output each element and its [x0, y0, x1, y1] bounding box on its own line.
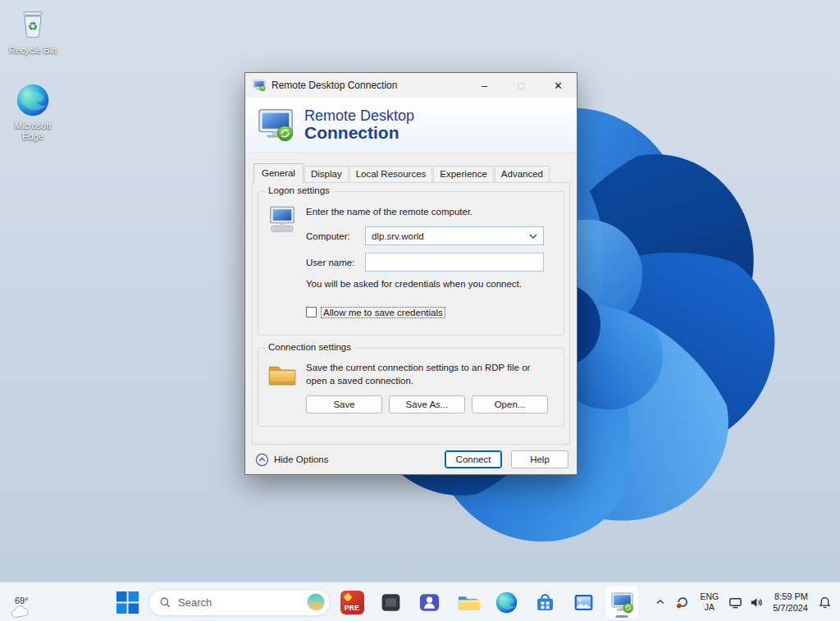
- chevron-up-icon: [655, 599, 665, 605]
- taskbar-app-pre[interactable]: PRE: [335, 585, 369, 619]
- desktop-icon-label: Recycle Bin: [9, 45, 57, 56]
- search-icon: [159, 596, 171, 609]
- file-explorer-icon: [456, 591, 480, 614]
- tab-display[interactable]: Display: [304, 166, 349, 183]
- checkbox-label[interactable]: Allow me to save credentials: [322, 308, 445, 317]
- connection-settings-title: Connection settings: [265, 342, 354, 352]
- chevron-up-circle-icon: [255, 453, 269, 467]
- recycle-glyph: ♻: [28, 21, 38, 33]
- taskbar-app-gallery[interactable]: [566, 585, 600, 619]
- brand-line2: Connection: [304, 124, 414, 141]
- dialog-footer: Hide Options Connect Help: [245, 445, 577, 474]
- network-icon: [728, 596, 742, 610]
- tab-strip: General Display Local Resources Experien…: [253, 163, 570, 183]
- tab-experience[interactable]: Experience: [433, 166, 494, 183]
- weather-temperature: 69°: [15, 596, 29, 605]
- save-button[interactable]: Save: [306, 395, 382, 413]
- weather-widget[interactable]: 69°: [10, 596, 31, 619]
- help-button[interactable]: Help: [511, 450, 568, 468]
- edge-icon: [15, 82, 51, 118]
- edge-icon: [495, 591, 518, 614]
- computer-value: dlp.srv.world: [372, 231, 527, 241]
- computer-icon: [267, 205, 297, 235]
- hardware-indicators[interactable]: [724, 586, 768, 619]
- close-button[interactable]: ✕: [540, 73, 577, 98]
- taskbar-center: PRE: [110, 585, 639, 619]
- checkbox-box[interactable]: [306, 307, 317, 317]
- taskbar-app-remote-desktop[interactable]: [605, 585, 639, 619]
- taskbar-app-microsoft-store[interactable]: [527, 585, 562, 619]
- logon-settings-group: Logon settings Enter the name of the rem…: [258, 191, 564, 336]
- minimize-button[interactable]: –: [466, 73, 503, 98]
- pre-app-icon: PRE: [340, 591, 364, 614]
- running-indicator: [616, 615, 628, 618]
- maximize-button: □: [503, 73, 540, 98]
- save-as-button[interactable]: Save As...: [389, 395, 465, 413]
- username-label: User name:: [306, 258, 365, 267]
- taskbar-app-file-explorer[interactable]: [450, 585, 485, 619]
- desktop-icon-recycle-bin[interactable]: ♻ Recycle Bin: [3, 7, 62, 56]
- logon-instruction: Enter the name of the remote computer.: [306, 207, 544, 217]
- tab-local-resources[interactable]: Local Resources: [349, 166, 433, 183]
- computer-label: Computer:: [306, 231, 365, 241]
- search-box[interactable]: [148, 589, 331, 616]
- logon-settings-title: Logon settings: [265, 185, 333, 195]
- search-input[interactable]: [178, 596, 299, 609]
- notification-bell-button[interactable]: [813, 586, 837, 619]
- start-button[interactable]: [110, 585, 144, 619]
- tray-time: 8:59 PM: [774, 591, 808, 602]
- language-top: ENG: [700, 591, 719, 602]
- open-button[interactable]: Open...: [472, 395, 548, 413]
- folder-icon: [267, 362, 297, 388]
- rdp-branding: Remote Desktop Connection: [304, 107, 414, 142]
- dark-app-icon: [379, 591, 403, 614]
- language-indicator[interactable]: ENG JA: [695, 586, 724, 619]
- rdp-window-icon: [253, 79, 266, 92]
- remote-desktop-connection-window: Remote Desktop Connection – □ ✕ Remote D…: [244, 72, 578, 475]
- tray-chevron-button[interactable]: [651, 586, 670, 619]
- teams-icon: [418, 591, 441, 614]
- remote-desktop-icon: [610, 591, 634, 614]
- tab-advanced[interactable]: Advanced: [495, 166, 550, 183]
- hide-options-button[interactable]: Hide Options: [255, 453, 328, 467]
- computer-combobox[interactable]: dlp.srv.world: [365, 226, 544, 245]
- window-controls: – □ ✕: [466, 73, 577, 98]
- general-tab-panel: Logon settings Enter the name of the rem…: [252, 182, 570, 445]
- language-bottom: JA: [705, 602, 714, 613]
- username-input[interactable]: [365, 253, 544, 272]
- microsoft-store-icon: [533, 591, 557, 614]
- taskbar: 69°: [0, 582, 840, 621]
- desktop-icon-label: Microsoft Edge: [3, 121, 62, 142]
- taskbar-app-edge[interactable]: [489, 585, 523, 619]
- connection-description: Save the current connection settings to …: [306, 362, 548, 387]
- desktop: ♻ Recycle Bin Microsoft Edge Remote Desk…: [0, 0, 840, 621]
- brand-line1: Remote Desktop: [304, 107, 414, 124]
- desktop-icon-microsoft-edge[interactable]: Microsoft Edge: [3, 82, 62, 142]
- pre-spark: [343, 592, 352, 601]
- volume-icon: [749, 596, 763, 610]
- window-title: Remote Desktop Connection: [272, 80, 397, 91]
- rdp-banner: Remote Desktop Connection: [245, 98, 577, 153]
- red-badge: [677, 604, 681, 608]
- taskbar-app-dark[interactable]: [373, 585, 408, 619]
- windows-logo-icon: [116, 591, 139, 614]
- cloud-icon: [10, 605, 31, 619]
- chevron-down-icon[interactable]: [527, 234, 540, 239]
- tab-general[interactable]: General: [253, 163, 304, 183]
- taskbar-app-teams[interactable]: [412, 585, 446, 619]
- hide-options-label: Hide Options: [274, 454, 328, 464]
- update-status-button[interactable]: [670, 586, 695, 619]
- sync-icon: [675, 595, 690, 610]
- system-tray: ENG JA 8:59 PM 5/7/2024: [651, 582, 837, 621]
- clock[interactable]: 8:59 PM 5/7/2024: [768, 586, 813, 619]
- connect-button[interactable]: Connect: [445, 450, 502, 468]
- save-credentials-checkbox[interactable]: Allow me to save credentials: [306, 307, 544, 317]
- gallery-app-icon: [572, 591, 596, 614]
- connection-settings-group: Connection settings Save the current con…: [258, 348, 564, 427]
- recycle-bin-icon: ♻: [15, 7, 51, 43]
- tray-date: 5/7/2024: [773, 602, 808, 614]
- titlebar[interactable]: Remote Desktop Connection – □ ✕: [245, 73, 577, 98]
- rdp-logo-icon: [257, 106, 294, 144]
- search-highlight-icon[interactable]: [306, 592, 326, 612]
- bell-icon: [818, 596, 832, 610]
